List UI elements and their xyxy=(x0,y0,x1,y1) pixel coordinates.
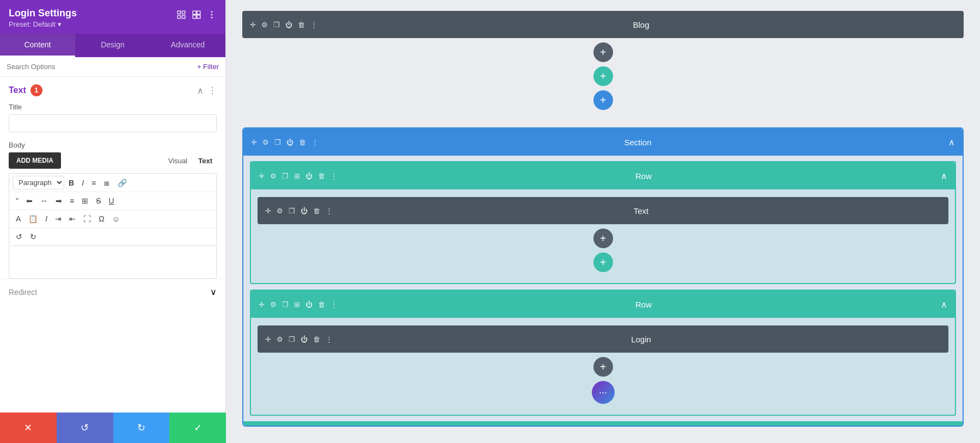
fullscreen-btn[interactable]: ⛶ xyxy=(80,212,94,225)
login-add-btn-dark[interactable]: + xyxy=(593,357,613,377)
add-module-btn-dark[interactable]: + xyxy=(593,42,613,62)
font-color-btn[interactable]: A xyxy=(13,212,24,225)
row1-power-icon[interactable]: ⏻ xyxy=(305,172,313,180)
blog-power-icon[interactable]: ⏻ xyxy=(285,21,292,29)
blog-label: Blog xyxy=(326,20,956,29)
add-module-btn-blue[interactable]: + xyxy=(593,90,613,110)
panel-preset[interactable]: Preset: Default ▾ xyxy=(9,20,77,28)
emoji-btn[interactable]: ☺ xyxy=(109,212,123,225)
cancel-button[interactable]: ✕ xyxy=(0,413,57,443)
section-trash-icon[interactable]: 🗑 xyxy=(299,138,306,146)
row2-columns-icon[interactable]: ⊞ xyxy=(294,300,300,309)
row2-move-icon[interactable]: ✛ xyxy=(259,300,265,309)
align-left-btn[interactable]: ⬅ xyxy=(23,194,36,207)
redo-editor-btn[interactable]: ↻ xyxy=(27,230,40,243)
editor-area[interactable] xyxy=(9,246,217,279)
row2-module-icons: ✛ ⚙ ❐ ⊞ ⏻ 🗑 ⋮ xyxy=(259,300,338,309)
tab-design[interactable]: Design xyxy=(75,34,150,57)
row2-trash-icon[interactable]: 🗑 xyxy=(318,300,325,309)
more-vert-icon[interactable] xyxy=(207,10,217,20)
blog-trash-icon[interactable]: 🗑 xyxy=(298,21,305,29)
login-settings-icon[interactable]: ⚙ xyxy=(277,335,283,343)
row2-collapse-icon[interactable]: ∧ xyxy=(941,299,947,310)
omega-btn[interactable]: Ω xyxy=(95,212,107,225)
undo-button[interactable]: ↺ xyxy=(57,413,113,443)
section-collapse-icon[interactable]: ∧ xyxy=(948,137,955,147)
section-title: Text 1 xyxy=(9,84,42,96)
redirect-section: Redirect ∨ xyxy=(0,279,225,305)
italic-btn[interactable]: I xyxy=(78,176,87,189)
blog-settings-icon[interactable]: ⚙ xyxy=(261,21,268,29)
login-dots-btn[interactable]: ··· xyxy=(592,381,615,404)
section-settings-icon[interactable]: ⚙ xyxy=(262,138,269,146)
section-copy-icon[interactable]: ❐ xyxy=(274,138,281,146)
text-move-icon[interactable]: ✛ xyxy=(265,207,271,215)
indent-btn[interactable]: ⇥ xyxy=(52,212,65,225)
strikethrough-btn[interactable]: S xyxy=(93,194,104,207)
collapse-section-btn[interactable]: ∧ xyxy=(197,85,204,96)
row1-settings-icon[interactable]: ⚙ xyxy=(270,172,277,180)
row2-power-icon[interactable]: ⏻ xyxy=(305,300,313,309)
login-power-icon[interactable]: ⏻ xyxy=(301,335,308,343)
paragraph-select[interactable]: Paragraph xyxy=(13,176,64,189)
blog-more-icon[interactable]: ⋮ xyxy=(310,21,317,29)
align-justify-btn[interactable]: ≡ xyxy=(66,194,77,207)
text-add-btn-dark[interactable]: + xyxy=(593,229,613,248)
view-visual-btn[interactable]: Visual xyxy=(164,155,192,167)
text-settings-icon[interactable]: ⚙ xyxy=(277,207,283,215)
tab-advanced[interactable]: Advanced xyxy=(150,34,225,57)
redo-button[interactable]: ↻ xyxy=(113,413,170,443)
title-input[interactable]: Become a Member to Join the Discussion! xyxy=(9,114,217,132)
row2-more-icon[interactable]: ⋮ xyxy=(330,300,338,309)
text-power-icon[interactable]: ⏻ xyxy=(301,207,308,215)
align-right-btn[interactable]: ➡ xyxy=(52,194,65,207)
panel-content: Text 1 ∧ ⋮ Title Become a Member to Join… xyxy=(0,77,225,443)
undo-editor-btn[interactable]: ↺ xyxy=(13,230,26,243)
redirect-header[interactable]: Redirect ∨ xyxy=(9,287,217,297)
paste-btn[interactable]: 📋 xyxy=(25,212,41,225)
table-btn[interactable]: ⊞ xyxy=(78,194,91,207)
blog-copy-icon[interactable]: ❐ xyxy=(273,21,280,29)
row1-trash-icon[interactable]: 🗑 xyxy=(318,172,325,180)
ol-btn[interactable]: ≣ xyxy=(100,176,113,189)
expand-icon[interactable] xyxy=(176,10,186,20)
row1-more-icon[interactable]: ⋮ xyxy=(330,172,338,180)
grid-icon[interactable] xyxy=(192,10,201,20)
add-media-button[interactable]: ADD MEDIA xyxy=(9,152,61,169)
view-text-btn[interactable]: Text xyxy=(194,155,217,167)
text-trash-icon[interactable]: 🗑 xyxy=(313,207,320,215)
login-more-icon[interactable]: ⋮ xyxy=(326,335,333,343)
login-move-icon[interactable]: ✛ xyxy=(265,335,271,343)
tab-content[interactable]: Content xyxy=(0,34,75,57)
link-btn[interactable]: 🔗 xyxy=(114,176,130,189)
outdent-btn[interactable]: ⇤ xyxy=(66,212,79,225)
blog-move-icon[interactable]: ✛ xyxy=(250,21,256,29)
section-bottom-bar xyxy=(243,421,963,426)
quote-btn[interactable]: " xyxy=(13,194,22,207)
login-copy-icon[interactable]: ❐ xyxy=(289,335,295,343)
filter-button[interactable]: + Filter xyxy=(197,63,219,71)
row1-collapse-icon[interactable]: ∧ xyxy=(941,171,947,181)
section-power-icon[interactable]: ⏻ xyxy=(286,138,293,146)
login-trash-icon[interactable]: 🗑 xyxy=(313,335,320,343)
bold-btn[interactable]: B xyxy=(65,176,77,189)
row1-move-icon[interactable]: ✛ xyxy=(259,172,265,180)
add-module-btn-green[interactable]: + xyxy=(593,66,613,86)
ul-btn[interactable]: ≡ xyxy=(88,176,99,189)
more-section-btn[interactable]: ⋮ xyxy=(208,85,217,96)
text-more-icon[interactable]: ⋮ xyxy=(326,207,333,215)
text-copy-icon[interactable]: ❐ xyxy=(289,207,295,215)
align-center-btn[interactable]: ↔ xyxy=(37,194,51,207)
svg-rect-6 xyxy=(193,15,196,19)
row1-copy-icon[interactable]: ❐ xyxy=(282,172,289,180)
row1-columns-icon[interactable]: ⊞ xyxy=(294,172,300,180)
section-move-icon[interactable]: ✛ xyxy=(251,138,257,146)
save-button[interactable]: ✓ xyxy=(169,413,226,443)
underline-btn[interactable]: U xyxy=(106,194,118,207)
row2-copy-icon[interactable]: ❐ xyxy=(282,300,289,309)
text-add-btn-green[interactable]: + xyxy=(593,253,613,272)
italic2-btn[interactable]: I xyxy=(42,212,51,225)
search-input[interactable] xyxy=(7,63,193,71)
row2-settings-icon[interactable]: ⚙ xyxy=(270,300,277,309)
section-more-icon[interactable]: ⋮ xyxy=(311,138,318,146)
